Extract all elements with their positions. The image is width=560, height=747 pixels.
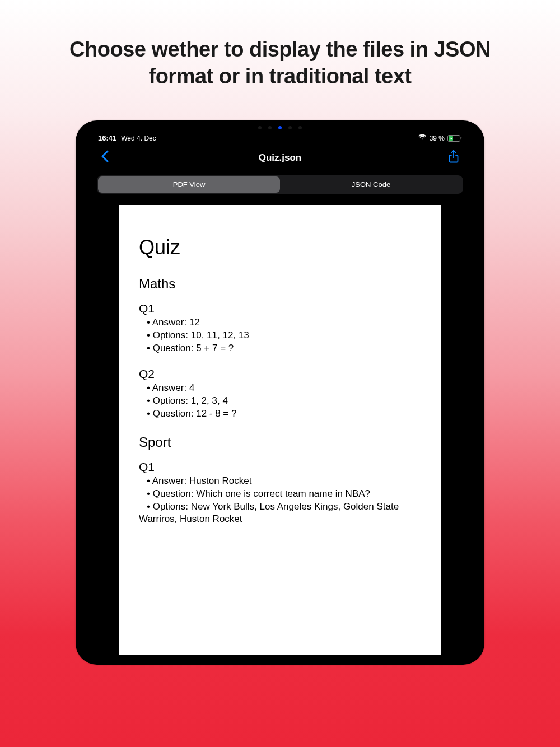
q-question: Question: 12 - 8 = ? (139, 408, 421, 421)
q-label: Q1 (139, 302, 421, 315)
share-button[interactable] (445, 150, 462, 166)
q-question: Question: 5 + 7 = ? (139, 342, 421, 355)
tab-json-code[interactable]: JSON Code (280, 176, 462, 193)
ipad-screen: 16:41 Wed 4. Dec 39 % (86, 130, 474, 655)
ipad-frame: 16:41 Wed 4. Dec 39 % (76, 120, 484, 665)
svg-rect-2 (461, 137, 462, 139)
battery-percent: 39 % (430, 134, 445, 142)
camera-notch (258, 126, 302, 129)
nav-title: Quiz.json (259, 152, 302, 164)
section-maths-title: Maths (139, 276, 421, 292)
q-options: Options: 1, 2, 3, 4 (139, 395, 421, 408)
section-sport-title: Sport (139, 435, 421, 450)
sport-q1: Q1 Answer: Huston Rocket Question: Which… (139, 460, 421, 526)
q-options: Options: 10, 11, 12, 13 (139, 329, 421, 342)
status-time: 16:41 (98, 134, 116, 142)
navigation-bar: Quiz.json (86, 144, 474, 171)
q-label: Q1 (139, 460, 421, 474)
content-area: Quiz Maths Q1 Answer: 12 Options: 10, 11… (86, 198, 474, 655)
promo-headline: Choose wether to display the files in JS… (0, 36, 560, 90)
wifi-icon (418, 134, 427, 142)
back-button[interactable] (98, 149, 111, 166)
document-title: Quiz (139, 236, 421, 259)
q-answer: Answer: 4 (139, 382, 421, 395)
q-label: Q2 (139, 367, 421, 381)
pdf-document[interactable]: Quiz Maths Q1 Answer: 12 Options: 10, 11… (119, 205, 441, 655)
q-answer: Answer: Huston Rocket (139, 475, 421, 488)
q-answer: Answer: 12 (139, 316, 421, 329)
tab-pdf-view[interactable]: PDF View (98, 176, 280, 193)
status-bar: 16:41 Wed 4. Dec 39 % (86, 130, 474, 144)
q-options: Options: New York Bulls, Los Angeles Kin… (139, 501, 421, 526)
battery-icon (447, 135, 462, 142)
view-mode-segmented-control[interactable]: PDF View JSON Code (97, 175, 463, 194)
maths-q1: Q1 Answer: 12 Options: 10, 11, 12, 13 Qu… (139, 302, 421, 355)
q-question: Question: Which one is correct team name… (139, 488, 421, 501)
maths-q2: Q2 Answer: 4 Options: 1, 2, 3, 4 Questio… (139, 367, 421, 421)
status-date: Wed 4. Dec (121, 134, 156, 142)
